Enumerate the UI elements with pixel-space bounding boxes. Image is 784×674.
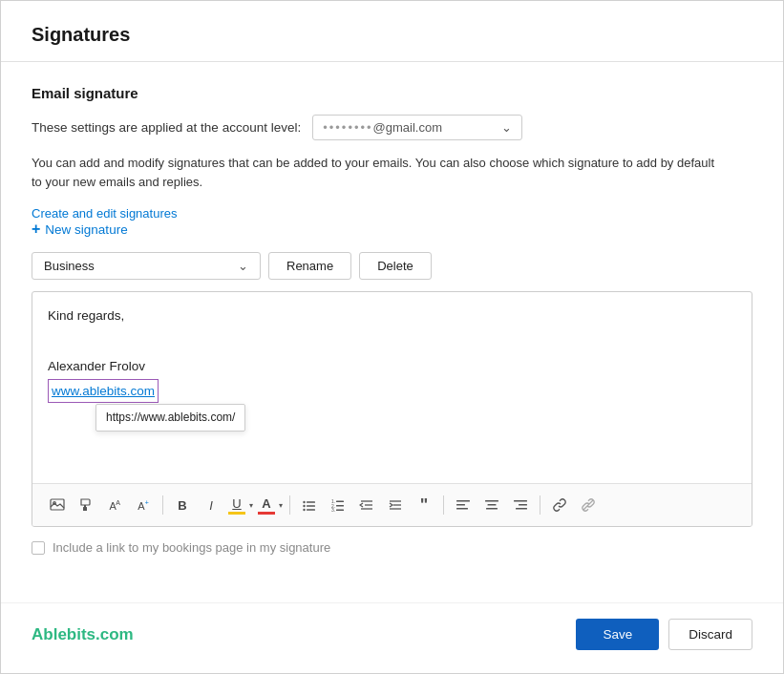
- bold-button[interactable]: B: [169, 492, 196, 518]
- underline-group: U ▾: [226, 492, 254, 518]
- signature-editor: Kind regards, Alexander Frolov www.ableb…: [32, 291, 752, 527]
- svg-rect-7: [307, 505, 315, 507]
- brand-name: Ablebits.com: [32, 625, 134, 643]
- font-color-swatch: [258, 512, 275, 515]
- section-title: Email signature: [32, 85, 752, 101]
- italic-button[interactable]: I: [198, 492, 224, 518]
- underline-button[interactable]: U: [226, 492, 247, 518]
- svg-rect-22: [456, 504, 465, 506]
- font-color-dropdown-button[interactable]: ▾: [277, 499, 284, 512]
- editor-line-2: [48, 336, 736, 357]
- svg-point-3: [303, 501, 305, 503]
- save-button[interactable]: Save: [576, 619, 659, 650]
- svg-rect-28: [519, 504, 527, 506]
- account-row: These settings are applied at the accoun…: [32, 115, 752, 140]
- plus-icon: +: [32, 221, 40, 237]
- svg-rect-12: [336, 501, 344, 502]
- svg-rect-29: [516, 508, 527, 510]
- footer-buttons: Save Discard: [576, 619, 752, 650]
- editor-toolbar: AA A+ B I U: [32, 483, 752, 526]
- svg-rect-21: [456, 500, 470, 502]
- footer: Ablebits.com Save Discard: [1, 602, 783, 673]
- link-tooltip: https://www.ablebits.com/: [95, 404, 245, 432]
- bookings-row: Include a link to my bookings page in my…: [32, 540, 752, 555]
- svg-rect-13: [336, 505, 344, 506]
- underline-color-swatch: [228, 512, 245, 515]
- editor-line-3: Alexander Frolov: [48, 356, 736, 377]
- toolbar-divider-3: [443, 495, 444, 515]
- new-signature-button[interactable]: + New signature: [32, 221, 128, 237]
- signature-selected: Business: [44, 259, 95, 273]
- link-container: www.ablebits.com https://www.ablebits.co…: [48, 379, 159, 404]
- bulleted-list-button[interactable]: [296, 492, 323, 518]
- discard-button[interactable]: Discard: [668, 619, 752, 650]
- svg-rect-25: [488, 504, 497, 506]
- align-right-button[interactable]: [507, 492, 534, 518]
- brand-logo: Ablebits.com: [32, 625, 134, 644]
- font-size-button[interactable]: AA: [101, 492, 128, 518]
- superscript-icon: A+: [138, 499, 148, 512]
- email-masked: ••••••••: [323, 120, 372, 135]
- svg-rect-6: [307, 501, 315, 503]
- svg-rect-23: [456, 508, 468, 510]
- toolbar-divider-4: [540, 495, 540, 515]
- svg-rect-26: [486, 508, 498, 510]
- email-domain: @gmail.com: [373, 120, 442, 135]
- font-color-button[interactable]: A: [256, 492, 277, 518]
- svg-rect-24: [485, 500, 498, 502]
- font-color-group: A ▾: [256, 492, 284, 518]
- website-link[interactable]: www.ablebits.com: [48, 379, 159, 404]
- chevron-down-icon: ⌄: [238, 259, 248, 273]
- account-select[interactable]: ••••••••@gmail.com ⌄: [312, 115, 522, 140]
- content-area: Email signature These settings are appli…: [1, 62, 783, 602]
- editor-line-1: Kind regards,: [48, 305, 736, 326]
- svg-rect-8: [307, 509, 315, 511]
- rename-button[interactable]: Rename: [268, 252, 351, 280]
- insert-link-button[interactable]: [546, 492, 573, 518]
- editor-body[interactable]: Kind regards, Alexander Frolov www.ableb…: [32, 292, 752, 483]
- svg-rect-27: [514, 500, 527, 502]
- svg-rect-2: [83, 507, 87, 511]
- toolbar-divider-2: [289, 495, 290, 515]
- insert-image-button[interactable]: [44, 492, 71, 518]
- chevron-down-icon: ⌄: [501, 120, 512, 135]
- chevron-down-icon: ▾: [249, 501, 253, 510]
- font-color-icon: A: [258, 496, 275, 515]
- delete-button[interactable]: Delete: [359, 252, 432, 280]
- svg-point-5: [303, 509, 305, 511]
- bookings-label: Include a link to my bookings page in my…: [53, 540, 330, 555]
- indent-button[interactable]: [382, 492, 409, 518]
- main-window: Signatures Email signature These setting…: [0, 0, 784, 674]
- paint-format-button[interactable]: [73, 492, 99, 518]
- svg-rect-14: [336, 510, 344, 511]
- outdent-button[interactable]: [353, 492, 380, 518]
- chevron-down-icon: ▾: [279, 501, 283, 510]
- toolbar-divider-1: [162, 495, 163, 515]
- svg-text:3.: 3.: [331, 507, 335, 513]
- bookings-checkbox[interactable]: [32, 541, 45, 555]
- underline-icon: U: [228, 496, 245, 515]
- align-left-button[interactable]: [450, 492, 477, 518]
- account-email: ••••••••@gmail.com: [323, 120, 442, 135]
- new-signature-label: New signature: [45, 222, 127, 237]
- page-title: Signatures: [1, 1, 783, 62]
- quote-button[interactable]: ": [411, 492, 437, 518]
- superscript-button[interactable]: A+: [130, 492, 157, 518]
- underline-color-button[interactable]: ▾: [247, 499, 254, 512]
- signature-dropdown[interactable]: Business ⌄: [32, 252, 261, 280]
- create-edit-link[interactable]: Create and edit signatures: [32, 206, 177, 221]
- remove-link-button[interactable]: [575, 492, 602, 518]
- font-size-icon: AA: [109, 499, 119, 512]
- signature-controls: Business ⌄ Rename Delete: [32, 252, 752, 280]
- numbered-list-button[interactable]: 1. 2. 3.: [325, 492, 351, 518]
- description-text: You can add and modify signatures that c…: [32, 154, 719, 191]
- account-label: These settings are applied at the accoun…: [32, 120, 301, 135]
- svg-point-4: [303, 505, 305, 507]
- align-center-button[interactable]: [478, 492, 505, 518]
